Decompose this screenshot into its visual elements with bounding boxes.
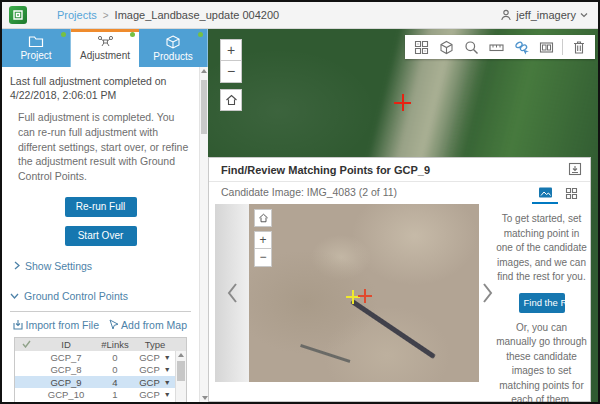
dropdown-caret-icon[interactable]: ▼ (164, 391, 171, 398)
col-id[interactable]: ID (37, 339, 95, 350)
match-panel-title: Find/Review Matching Points for GCP_9 (221, 164, 430, 176)
status-dot-icon (198, 32, 203, 37)
app-window: Projects > Image_Landbase_update 004200 … (0, 0, 600, 404)
search-icon (464, 40, 479, 55)
chevron-left-icon (226, 282, 238, 304)
gcp-type: GCP (139, 352, 160, 363)
find-the-rest-button[interactable]: Find the Rest (519, 293, 565, 313)
tab-project[interactable]: Project (2, 29, 71, 67)
delete-button[interactable] (566, 35, 591, 59)
active-tab-indicator (71, 29, 139, 32)
gcp-actions: Import from File Add from Map (2, 319, 187, 331)
image-home-button[interactable] (254, 209, 272, 227)
image-zoom-out-button[interactable]: − (254, 249, 272, 267)
chevron-right-icon (482, 282, 494, 304)
gcp-section-toggle[interactable]: Ground Control Points (10, 290, 199, 302)
map-zoom-controls: + − (220, 39, 242, 83)
instruction-primary: To get started, set matching point in on… (495, 212, 588, 285)
status-dot-icon (130, 32, 135, 37)
search-button[interactable] (459, 35, 484, 59)
candidate-row: Candidate Image: IMG_4083 (2 of 11) (209, 182, 590, 204)
breadcrumb: Projects > Image_Landbase_update 004200 (57, 9, 279, 21)
table-row[interactable]: GCP_110 GCP▼ (15, 401, 186, 402)
basemap-button[interactable] (434, 35, 459, 59)
view-toggles (532, 182, 584, 204)
show-settings-toggle[interactable]: Show Settings (14, 260, 199, 272)
single-view-toggle[interactable] (532, 182, 558, 204)
browse-images-button[interactable] (409, 35, 434, 59)
start-over-button[interactable]: Start Over (65, 226, 137, 246)
gcp-type: GCP (139, 389, 160, 400)
gcp-section-title: Ground Control Points (24, 290, 128, 302)
gcp-id: GCP_10 (37, 389, 95, 400)
scroll-up-icon[interactable] (201, 69, 207, 73)
scrollbar-thumb[interactable] (177, 361, 185, 381)
match-points-panel: Find/Review Matching Points for GCP_9 Ca… (208, 157, 591, 402)
gcp-type: GCP (139, 364, 160, 375)
home-extent-button[interactable] (220, 89, 242, 111)
breadcrumb-projects-link[interactable]: Projects (57, 9, 97, 21)
project-title: Image_Landbase_update 004200 (115, 9, 280, 21)
left-panel: Project Adjustment Products Last full ad… (2, 29, 208, 402)
dropdown-caret-icon[interactable]: ▼ (164, 379, 171, 386)
dropdown-caret-icon[interactable]: ▼ (164, 354, 171, 361)
map-view[interactable]: + − (208, 29, 598, 402)
scroll-up-icon[interactable] (178, 353, 184, 357)
image-collection-button[interactable] (534, 35, 559, 59)
chevron-down-icon (580, 12, 588, 18)
table-row[interactable]: GCP_70 GCP▼ (15, 351, 186, 364)
import-from-file-link[interactable]: Import from File (13, 319, 100, 331)
pole-shadow (350, 299, 436, 359)
col-links[interactable]: #Links (95, 339, 135, 350)
toolbar-separator (562, 39, 563, 55)
zoom-in-button[interactable]: + (220, 39, 242, 61)
add-gcp-link-button[interactable] (509, 35, 534, 59)
gcp-location-marker[interactable] (358, 289, 372, 303)
scrollbar-thumb[interactable] (201, 80, 207, 134)
user-name: jeff_imagery (516, 9, 576, 21)
home-icon (225, 94, 238, 106)
adjustment-description: Full adjustment is completed. You can re… (18, 110, 191, 183)
table-row[interactable]: GCP_101 GCP▼ (15, 388, 186, 401)
zoom-out-button[interactable]: − (220, 61, 242, 83)
col-type[interactable]: Type (135, 339, 175, 350)
next-image-button[interactable] (481, 204, 495, 382)
browse-images-icon (414, 40, 429, 55)
chevron-right-icon (14, 261, 20, 270)
table-row[interactable]: GCP_80 GCP▼ (15, 363, 186, 376)
image-zoom-in-button[interactable]: + (254, 231, 272, 249)
panel-scrollbar[interactable] (199, 67, 208, 402)
add-gcp-link-icon (514, 40, 530, 55)
candidate-image[interactable]: + − (249, 204, 479, 382)
check-icon (15, 340, 37, 348)
instructions-column: To get started, set matching point in on… (495, 212, 588, 402)
basemap-icon (439, 40, 454, 55)
adjustment-panel: Last full adjustment completed on 4/22/2… (2, 67, 199, 402)
user-menu[interactable]: jeff_imagery (500, 9, 588, 21)
add-from-map-link[interactable]: Add from Map (109, 319, 187, 331)
table-scrollbar[interactable] (175, 351, 186, 402)
previous-image-button[interactable] (215, 204, 249, 382)
trash-icon (572, 40, 586, 55)
tab-label: Project (20, 50, 51, 61)
table-row-selected[interactable]: GCP_94 GCP▼ (15, 376, 186, 389)
grid-view-toggle[interactable] (558, 182, 584, 204)
cursor-icon (109, 319, 118, 330)
gcp-table: ID #Links Type GCP_70 GCP▼ GCP_80 GCP▼ G… (14, 337, 187, 402)
dropdown-caret-icon[interactable]: ▼ (164, 366, 171, 373)
topbar: Projects > Image_Landbase_update 004200 … (2, 2, 598, 29)
candidate-viewer: + − To get started, set matching point i… (209, 204, 590, 401)
measure-button[interactable] (484, 35, 509, 59)
folder-icon (28, 35, 44, 48)
home-icon (258, 213, 269, 223)
tab-products[interactable]: Products (139, 29, 208, 67)
tab-adjustment[interactable]: Adjustment (71, 29, 139, 67)
person-icon (500, 9, 512, 21)
gcp-table-header: ID #Links Type (15, 338, 186, 351)
dock-panel-button[interactable] (568, 162, 582, 176)
import-from-file-label: Import from File (26, 319, 100, 331)
gcp-marker-cross[interactable] (394, 94, 411, 111)
breadcrumb-separator: > (103, 10, 109, 21)
panel-tabs: Project Adjustment Products (2, 29, 208, 67)
rerun-full-button[interactable]: Re-run Full (65, 197, 137, 217)
